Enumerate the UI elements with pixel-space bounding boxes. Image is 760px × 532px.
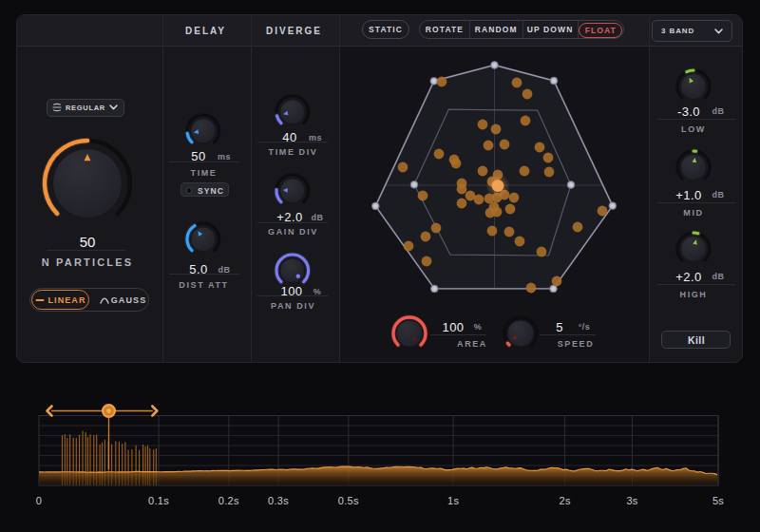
eq-mid-unit: dB bbox=[712, 190, 725, 200]
n-particles-knob[interactable] bbox=[39, 135, 136, 232]
pan-div-label: PAN DIV bbox=[271, 301, 315, 311]
delay-time-label: TIME bbox=[191, 168, 218, 178]
static-mode-button[interactable]: STATIC bbox=[362, 20, 409, 39]
motion-mode-group: ROTATE RANDOM UP DOWN FLOAT bbox=[419, 20, 624, 39]
float-mode-button[interactable]: FLOAT bbox=[579, 23, 622, 38]
linear-icon bbox=[34, 294, 46, 306]
divider-2 bbox=[251, 15, 252, 362]
up-down-mode-label: UP DOWN bbox=[527, 25, 574, 34]
time-tick-label: 5s bbox=[712, 495, 724, 506]
distribution-shape-toggle: LINEAR GAUSS bbox=[29, 288, 150, 312]
rotate-mode-button[interactable]: ROTATE bbox=[420, 21, 469, 38]
linear-toggle-label: LINEAR bbox=[48, 295, 86, 305]
value-underline bbox=[257, 295, 328, 296]
delay-section-title: DELAY bbox=[185, 25, 226, 35]
eq-high-value: +2.0 bbox=[675, 269, 701, 283]
eq-band-dropdown-value: 3 BAND bbox=[661, 27, 694, 35]
time-div-label: TIME DIV bbox=[269, 147, 318, 157]
eq-high-unit: dB bbox=[712, 272, 725, 281]
value-underline bbox=[657, 119, 735, 120]
distribution-dropdown-value: REGULAR bbox=[66, 104, 105, 112]
eq-low-label: LOW bbox=[681, 124, 706, 134]
kill-button[interactable]: Kill bbox=[661, 331, 731, 349]
time-div-knob[interactable] bbox=[271, 90, 314, 134]
n-particles-value: 50 bbox=[80, 233, 96, 249]
diverge-section-title: DIVERGE bbox=[266, 25, 322, 35]
value-underline bbox=[657, 284, 735, 285]
float-mode-label: FLOAT bbox=[585, 26, 617, 35]
gain-div-unit: dB bbox=[312, 213, 324, 222]
plugin-window: DELAY DIVERGE STATIC ROTATE RANDOM UP DO… bbox=[0, 0, 760, 532]
chevron-down-icon bbox=[714, 28, 723, 34]
kill-button-label: Kill bbox=[688, 334, 705, 346]
divider-1 bbox=[162, 15, 163, 362]
delay-time-unit: ms bbox=[218, 152, 231, 162]
divider-4 bbox=[649, 15, 650, 362]
eq-mid-knob[interactable] bbox=[672, 145, 715, 189]
value-underline bbox=[169, 274, 239, 275]
delay-time-knob[interactable] bbox=[181, 109, 225, 153]
value-underline bbox=[169, 162, 239, 162]
gauss-toggle-label[interactable]: GAUSS bbox=[111, 295, 147, 305]
value-underline bbox=[257, 222, 328, 223]
sync-button-label: SYNC bbox=[198, 186, 224, 196]
eq-high-label: HIGH bbox=[680, 290, 708, 299]
eq-high-knob[interactable] bbox=[672, 227, 715, 271]
up-down-mode-button[interactable]: UP DOWN bbox=[523, 21, 578, 38]
range-start-handle bbox=[48, 407, 52, 416]
delay-time-handle bbox=[103, 405, 115, 417]
value-underline bbox=[47, 250, 125, 251]
pan-div-knob[interactable] bbox=[271, 249, 314, 293]
time-tick-label: 3s bbox=[626, 495, 637, 506]
value-underline bbox=[657, 202, 735, 203]
range-end-handle bbox=[152, 407, 157, 416]
eq-mid-label: MID bbox=[683, 208, 703, 218]
pan-div-unit: % bbox=[314, 287, 321, 296]
time-tick-label: 1s bbox=[447, 495, 459, 506]
gauss-icon bbox=[99, 294, 110, 306]
chevron-down-icon bbox=[109, 104, 118, 110]
time-tick-label: 2s bbox=[559, 495, 570, 506]
time-tick-label: 0 bbox=[36, 495, 42, 506]
eq-low-knob[interactable] bbox=[672, 65, 715, 108]
sync-led bbox=[187, 188, 191, 192]
dist-att-label: DIST ATT bbox=[179, 280, 228, 290]
particle-field-display[interactable] bbox=[339, 46, 649, 363]
static-mode-label: STATIC bbox=[369, 25, 403, 34]
rotate-mode-label: ROTATE bbox=[426, 25, 464, 34]
time-tick-label: 0.1s bbox=[148, 495, 169, 506]
time-tick-label: 0.3s bbox=[268, 495, 289, 506]
distribution-dropdown[interactable]: REGULAR bbox=[47, 99, 124, 117]
gain-div-knob[interactable] bbox=[271, 169, 314, 213]
gain-div-label: GAIN DIV bbox=[268, 227, 318, 237]
sync-button[interactable]: SYNC bbox=[180, 182, 229, 197]
time-tick-label: 0.5s bbox=[338, 495, 359, 506]
random-mode-label: RANDOM bbox=[475, 25, 518, 34]
value-underline bbox=[257, 142, 328, 142]
n-particles-label: N PARTICLES bbox=[42, 256, 134, 268]
random-mode-button[interactable]: RANDOM bbox=[470, 21, 522, 38]
time-tick-label: 0.2s bbox=[218, 495, 239, 506]
eq-mid-value: +1.0 bbox=[675, 187, 701, 201]
dist-att-knob[interactable] bbox=[181, 218, 225, 261]
distribution-icon bbox=[52, 103, 62, 112]
eq-band-dropdown[interactable]: 3 BAND bbox=[652, 20, 732, 42]
